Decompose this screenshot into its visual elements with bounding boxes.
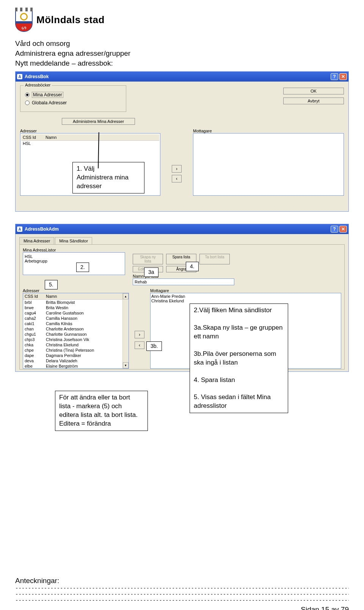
- notes-label: Anteckningar:: [15, 577, 349, 585]
- scroll-up-icon[interactable]: ▴: [123, 293, 129, 299]
- page-header: ᔕ Mölndals stad: [15, 8, 349, 32]
- table-row[interactable]: chgu1Charlotte Gunnarsson: [23, 332, 122, 337]
- adresslistor-listbox[interactable]: HSL Arbetsgrupp: [23, 252, 125, 275]
- window-title: AdressBokAdm: [25, 226, 59, 232]
- table-row[interactable]: chjo3Christina Josefsson Vik: [23, 337, 122, 342]
- addresses-label: Adresser: [23, 288, 129, 293]
- arrow-right-button[interactable]: ›: [172, 165, 182, 173]
- table-row[interactable]: devaDelara Valizadeh: [23, 358, 122, 363]
- dash-line: ----------------------------------------…: [15, 585, 349, 591]
- radio-globala-adresser[interactable]: Globala Adresser: [25, 100, 121, 105]
- scrollbar[interactable]: ▴ ▾: [122, 293, 129, 368]
- table-row[interactable]: brblBritta Blomqvist: [23, 300, 122, 305]
- app-icon: A: [17, 74, 22, 79]
- col-name: Namn: [44, 134, 159, 141]
- intro-text: Vård och omsorg Administrera egna adress…: [15, 39, 349, 68]
- list-item[interactable]: HSL: [21, 141, 44, 146]
- app-icon: A: [17, 226, 22, 232]
- addresses-label: Adresser: [20, 129, 160, 133]
- instruction-callout: 2.Välj fliken Mina sändlistor 3a.Skapa n…: [190, 303, 288, 413]
- recipients-listbox[interactable]: [193, 133, 344, 196]
- col-name: Namn: [44, 293, 122, 300]
- radio-label: Mina Adresser: [32, 92, 63, 98]
- titlebar: A AdressBok ? ✕: [16, 72, 348, 82]
- list-item[interactable]: HSL: [25, 254, 123, 259]
- arrow-left-button[interactable]: ‹: [172, 175, 182, 182]
- addresses-listbox[interactable]: CSS Id Namn brblBritta BlomqvistbrweBrit…: [23, 293, 129, 369]
- list-item[interactable]: Ann-Marie Predan: [151, 294, 340, 299]
- chevron-left-icon: ‹: [139, 343, 140, 348]
- table-row[interactable]: brweBrita Westin: [23, 305, 122, 310]
- table-row[interactable]: elbeElaine Bergström: [23, 363, 122, 368]
- radio-mina-adresser[interactable]: Mina Adresser: [25, 92, 121, 98]
- cancel-button[interactable]: Avbryt: [283, 97, 344, 104]
- recipients-label: Mottagare: [150, 288, 341, 293]
- titlebar: A AdressBokAdm ? ✕: [16, 224, 348, 234]
- list-item[interactable]: Christina Ekelund: [151, 299, 340, 303]
- notes-section: Anteckningar: --------------------------…: [15, 577, 349, 610]
- scroll-down-icon[interactable]: ▾: [123, 362, 129, 368]
- callout-5: 5.: [45, 280, 58, 289]
- intro-line: Administrera egna adresser/grupper: [15, 49, 349, 58]
- create-list-button[interactable]: Skapa ny lista: [133, 254, 163, 264]
- delete-list-button[interactable]: Ta bort lista: [199, 254, 230, 264]
- window-adressbokadm: A AdressBokAdm ? ✕ Mina Adresser Mina Sä…: [15, 224, 349, 372]
- dash-line: ----------------------------------------…: [15, 597, 349, 603]
- callout-3a: 3a: [144, 267, 158, 277]
- coat-of-arms-icon: ᔕ: [15, 8, 33, 32]
- group-label: Adressböcker: [24, 83, 52, 87]
- help-icon[interactable]: ?: [331, 73, 338, 80]
- callout-1: 1. Välj Administrera mina adresser: [72, 162, 144, 193]
- close-icon[interactable]: ✕: [339, 73, 347, 80]
- radio-icon: [25, 101, 30, 105]
- col-css-id: CSS Id: [21, 134, 44, 141]
- table-row[interactable]: dapeDagmara Pernåker: [23, 353, 122, 358]
- tab-mina-sandlistor[interactable]: Mina Sändlistor: [55, 237, 92, 244]
- org-name: Mölndals stad: [36, 14, 105, 26]
- radio-icon: [25, 93, 30, 97]
- callout-2: 2.: [76, 263, 89, 272]
- callout-4: 4.: [186, 262, 199, 271]
- table-row[interactable]: chanCharlotte Andersson: [23, 326, 122, 332]
- list-item[interactable]: Arbetsgrupp: [25, 259, 123, 263]
- intro-line: Nytt meddelande – adressbok:: [15, 59, 349, 68]
- window-adressbok: A AdressBok ? ✕ Adressböcker Mina Adress…: [15, 71, 349, 212]
- table-row[interactable]: caki1Camilla Kilnäs: [23, 321, 122, 326]
- ok-button[interactable]: OK: [283, 88, 344, 94]
- table-row[interactable]: chpeChristina (Tina) Petersson: [23, 347, 122, 353]
- help-icon[interactable]: ?: [331, 226, 338, 233]
- callout-3b: 3b.: [146, 341, 162, 351]
- admin-mina-adresser-button[interactable]: Administrera Mina Adresser: [62, 118, 135, 125]
- edit-instruction-callout: För att ändra eller ta bort lista - mark…: [55, 391, 148, 431]
- chevron-right-icon: ›: [139, 332, 140, 337]
- intro-line: Vård och omsorg: [15, 39, 349, 48]
- chevron-right-icon: ›: [176, 166, 177, 171]
- radio-label: Globala Adresser: [32, 100, 67, 105]
- recipients-label: Mottagare: [193, 129, 344, 133]
- window-title: AdressBok: [25, 74, 49, 79]
- dash-line: ----------------------------------------…: [15, 591, 349, 597]
- table-row[interactable]: chkaChristina Ekelund: [23, 342, 122, 347]
- list-name-input[interactable]: Rehab: [133, 278, 234, 285]
- col-css-id: CSS Id: [23, 293, 44, 300]
- table-row[interactable]: cagu4Caroline Gustafsson: [23, 310, 122, 316]
- chevron-left-icon: ‹: [176, 176, 177, 181]
- table-row[interactable]: caha2Camilla Hansson: [23, 316, 122, 321]
- list-label: Mina AdressListor: [23, 248, 341, 252]
- close-icon[interactable]: ✕: [339, 226, 347, 233]
- page-number: Sidan 15 av 79: [15, 605, 349, 610]
- arrow-right-button[interactable]: ›: [135, 331, 144, 338]
- tab-mina-adresser[interactable]: Mina Adresser: [19, 237, 54, 244]
- arrow-left-button[interactable]: ‹: [135, 341, 144, 349]
